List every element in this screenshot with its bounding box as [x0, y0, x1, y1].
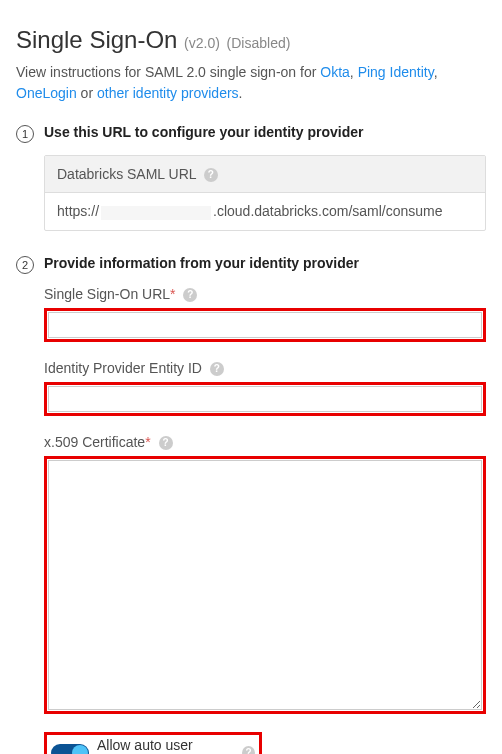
saml-url-value: https://.cloud.databricks.com/saml/consu… [45, 193, 485, 229]
saml-url-box: Databricks SAML URL ? https://.cloud.dat… [44, 155, 486, 231]
step-2-badge: 2 [16, 256, 34, 274]
toggle-knob [72, 745, 88, 754]
saml-url-header: Databricks SAML URL ? [45, 156, 485, 193]
auto-user-toggle[interactable] [51, 744, 89, 754]
cert-highlight [44, 456, 486, 714]
entity-id-label: Identity Provider Entity ID ? [44, 360, 486, 376]
step-2-title: Provide information from your identity p… [44, 255, 359, 271]
help-icon[interactable]: ? [210, 362, 224, 376]
sso-url-highlight [44, 308, 486, 342]
step-1-badge: 1 [16, 125, 34, 143]
step-1-header: 1 Use this URL to configure your identit… [16, 124, 486, 143]
auto-user-label: Allow auto user creation [97, 737, 236, 754]
onelogin-link[interactable]: OneLogin [16, 85, 77, 101]
ping-identity-link[interactable]: Ping Identity [358, 64, 434, 80]
sso-url-input[interactable] [48, 312, 482, 338]
cert-label: x.509 Certificate* ? [44, 434, 486, 450]
help-icon[interactable]: ? [242, 746, 255, 754]
cert-textarea[interactable] [48, 460, 482, 710]
step-1-title: Use this URL to configure your identity … [44, 124, 363, 140]
title-status: (Disabled) [227, 35, 291, 51]
title-version: (v2.0) [184, 35, 220, 51]
intro-text: View instructions for SAML 2.0 single si… [16, 62, 486, 104]
auto-user-toggle-row: Allow auto user creation ? [44, 732, 262, 754]
entity-id-highlight [44, 382, 486, 416]
help-icon[interactable]: ? [183, 288, 197, 302]
redacted-host [101, 206, 211, 220]
other-providers-link[interactable]: other identity providers [97, 85, 239, 101]
okta-link[interactable]: Okta [320, 64, 350, 80]
sso-url-label: Single Sign-On URL* ? [44, 286, 486, 302]
help-icon[interactable]: ? [159, 436, 173, 450]
title-text: Single Sign-On [16, 26, 177, 53]
step-2-header: 2 Provide information from your identity… [16, 255, 486, 274]
help-icon[interactable]: ? [204, 168, 218, 182]
page-title: Single Sign-On (v2.0) (Disabled) [16, 26, 486, 54]
entity-id-input[interactable] [48, 386, 482, 412]
